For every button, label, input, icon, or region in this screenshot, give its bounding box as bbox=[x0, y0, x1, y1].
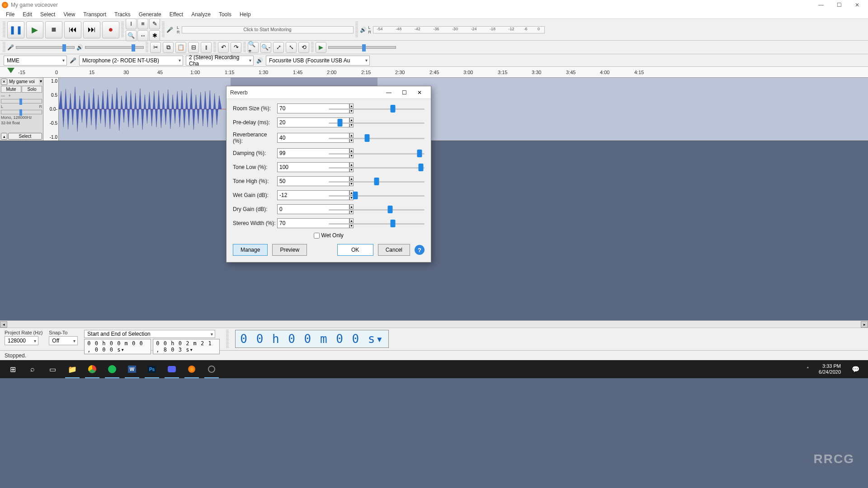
grip-icon[interactable] bbox=[311, 42, 314, 53]
param-spinner[interactable]: ▲▼ bbox=[277, 117, 321, 127]
param-slider[interactable] bbox=[329, 118, 425, 127]
menu-view[interactable]: View bbox=[59, 10, 79, 19]
playhead-icon[interactable] bbox=[7, 68, 14, 73]
timeshift-tool-icon[interactable]: ↔ bbox=[137, 30, 148, 41]
grip-icon[interactable] bbox=[213, 42, 216, 53]
project-rate-select[interactable]: 128000 bbox=[5, 336, 38, 345]
undo-icon[interactable]: ↶ bbox=[218, 42, 229, 53]
menu-file[interactable]: File bbox=[2, 10, 19, 19]
menu-edit[interactable]: Edit bbox=[19, 10, 36, 19]
output-volume-slider[interactable] bbox=[85, 46, 144, 49]
solo-button[interactable]: Solo bbox=[22, 86, 42, 93]
close-button[interactable]: ✕ bbox=[848, 0, 866, 10]
grip-icon[interactable] bbox=[3, 22, 5, 38]
pause-button[interactable]: ❚❚ bbox=[7, 21, 24, 38]
zoom-out-icon[interactable]: 🔍- bbox=[260, 42, 271, 53]
envelope-tool-icon[interactable]: ≡ bbox=[137, 19, 148, 29]
param-spinner[interactable]: ▲▼ bbox=[277, 176, 321, 186]
ok-button[interactable]: OK bbox=[337, 244, 373, 256]
param-slider[interactable] bbox=[329, 163, 425, 172]
stop-button[interactable]: ■ bbox=[45, 21, 62, 38]
scroll-left-icon[interactable]: ◂ bbox=[0, 321, 7, 328]
track-menu-icon[interactable]: ▾ bbox=[40, 79, 42, 85]
system-clock[interactable]: 3:33 PM6/24/2020 bbox=[819, 363, 844, 375]
param-slider[interactable] bbox=[329, 219, 425, 228]
empty-track-area[interactable] bbox=[0, 141, 868, 320]
menu-help[interactable]: Help bbox=[236, 10, 255, 19]
menu-analyze[interactable]: Analyze bbox=[187, 10, 215, 19]
selection-tool-icon[interactable]: I bbox=[126, 19, 137, 29]
word-icon[interactable]: W bbox=[123, 360, 141, 378]
fit-project-icon[interactable]: ⤡ bbox=[286, 42, 297, 53]
mute-button[interactable]: Mute bbox=[1, 86, 21, 93]
grip-icon[interactable] bbox=[355, 22, 358, 38]
menu-select[interactable]: Select bbox=[36, 10, 59, 19]
waveform[interactable] bbox=[59, 78, 868, 141]
param-slider[interactable] bbox=[329, 104, 425, 113]
paste-icon[interactable]: 📋 bbox=[175, 42, 186, 53]
menu-generate[interactable]: Generate bbox=[135, 10, 165, 19]
grip-icon[interactable] bbox=[243, 42, 246, 53]
draw-tool-icon[interactable]: ✎ bbox=[149, 19, 160, 29]
audacity-icon[interactable] bbox=[183, 360, 201, 378]
grip-icon[interactable] bbox=[226, 330, 229, 348]
cut-icon[interactable]: ✂ bbox=[150, 42, 161, 53]
scroll-right-icon[interactable]: ▸ bbox=[861, 321, 868, 328]
maximize-button[interactable]: ☐ bbox=[830, 0, 848, 10]
zoom-tool-icon[interactable]: 🔍 bbox=[126, 30, 137, 41]
param-spinner[interactable]: ▲▼ bbox=[277, 204, 321, 214]
dialog-close-button[interactable]: ✕ bbox=[412, 87, 427, 98]
param-slider[interactable] bbox=[329, 133, 425, 142]
param-spinner[interactable]: ▲▼ bbox=[277, 148, 321, 158]
output-device-select[interactable]: Focusrite USB (Focusrite USB Au bbox=[266, 56, 370, 66]
file-explorer-icon[interactable]: 📁 bbox=[63, 360, 81, 378]
photoshop-icon[interactable]: Ps bbox=[143, 360, 161, 378]
skip-end-button[interactable]: ⏭ bbox=[83, 21, 100, 38]
copy-icon[interactable]: ⧉ bbox=[163, 42, 174, 53]
audio-host-select[interactable]: MME bbox=[4, 56, 67, 66]
param-spinner[interactable]: ▲▼ bbox=[277, 162, 321, 172]
param-spinner[interactable]: ▲▼ bbox=[277, 133, 321, 143]
dialog-minimize-button[interactable]: — bbox=[381, 87, 396, 98]
track-control-panel[interactable]: ✕My game voi▾ MuteSolo — + LR Mono, 1280… bbox=[0, 78, 43, 141]
multi-tool-icon[interactable]: ✱ bbox=[149, 30, 160, 41]
menu-tracks[interactable]: Tracks bbox=[110, 10, 135, 19]
minimize-button[interactable]: — bbox=[812, 0, 830, 10]
menu-tools[interactable]: Tools bbox=[215, 10, 236, 19]
obs-icon[interactable] bbox=[203, 360, 221, 378]
track-name[interactable]: My game voi bbox=[8, 79, 39, 85]
play-button[interactable]: ▶ bbox=[26, 21, 43, 38]
skip-start-button[interactable]: ⏮ bbox=[64, 21, 81, 38]
gain-slider[interactable] bbox=[1, 99, 42, 103]
wet-only-checkbox[interactable] bbox=[314, 233, 320, 239]
selection-mode-select[interactable]: Start and End of Selection bbox=[84, 330, 215, 338]
recording-meter[interactable]: Click to Start Monitoring bbox=[182, 26, 354, 33]
zoom-toggle-icon[interactable]: ⟲ bbox=[298, 42, 309, 53]
trim-icon[interactable]: ⊟ bbox=[188, 42, 199, 53]
task-view-icon[interactable]: ▭ bbox=[43, 360, 61, 378]
redo-icon[interactable]: ↷ bbox=[231, 42, 241, 53]
silence-icon[interactable]: ⫿ bbox=[201, 42, 212, 53]
zoom-in-icon[interactable]: 🔍+ bbox=[248, 42, 259, 53]
help-icon[interactable]: ? bbox=[415, 245, 425, 255]
spotify-icon[interactable] bbox=[103, 360, 121, 378]
notifications-icon[interactable]: 💬 bbox=[846, 360, 864, 378]
record-button[interactable]: ● bbox=[102, 21, 119, 38]
track-close-button[interactable]: ✕ bbox=[1, 79, 7, 85]
playback-meter[interactable]: -54 -48 -42 -36 -30 -24 -18 -12 -6 0 bbox=[373, 26, 545, 33]
grip-icon[interactable] bbox=[162, 22, 165, 38]
audio-position-display[interactable]: 0 0 h 0 0 m 0 0 s▾ bbox=[235, 330, 389, 348]
tray-up-icon[interactable]: ˄ bbox=[799, 360, 817, 378]
dialog-titlebar[interactable]: Reverb — ☐ ✕ bbox=[226, 86, 431, 99]
playback-speed-slider[interactable] bbox=[328, 46, 396, 49]
grip-icon[interactable] bbox=[3, 42, 5, 53]
channels-select[interactable]: 2 (Stereo) Recording Cha bbox=[186, 56, 254, 66]
menu-transport[interactable]: Transport bbox=[79, 10, 110, 19]
grip-icon[interactable] bbox=[121, 22, 124, 38]
menu-effect[interactable]: Effect bbox=[165, 10, 187, 19]
grip-icon[interactable] bbox=[146, 42, 148, 53]
pan-slider[interactable] bbox=[1, 110, 42, 114]
dialog-maximize-button[interactable]: ☐ bbox=[396, 87, 412, 98]
horizontal-scrollbar[interactable]: ◂ ▸ bbox=[0, 320, 868, 328]
param-slider[interactable] bbox=[329, 191, 425, 200]
